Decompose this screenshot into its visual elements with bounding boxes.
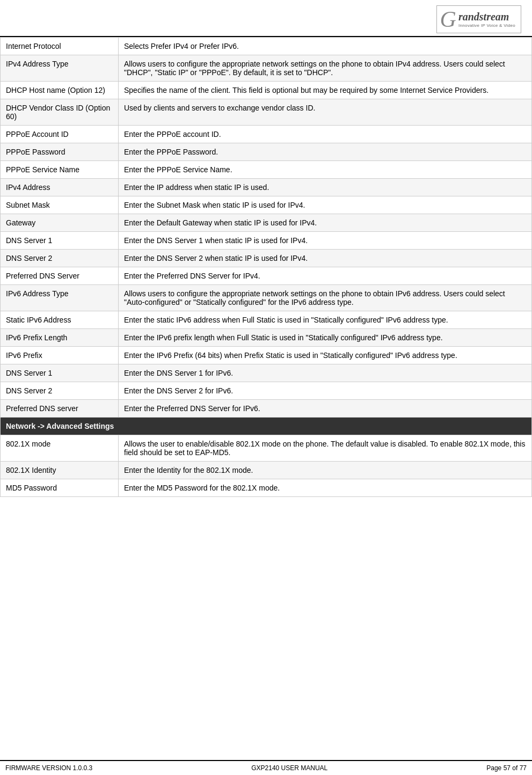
row-label: Preferred DNS server (1, 400, 119, 418)
row-label: DNS Server 2 (1, 382, 119, 400)
row-desc: Specifies the name of the client. This f… (119, 82, 532, 99)
table-row: MD5 PasswordEnter the MD5 Password for t… (1, 479, 532, 497)
table-row: PPPoE PasswordEnter the PPPoE Password. (1, 143, 532, 161)
page-header: G randstream Innovative IP Voice & Video (0, 0, 532, 37)
settings-table: Internet ProtocolSelects Prefer IPv4 or … (0, 37, 532, 497)
row-label: Internet Protocol (1, 38, 119, 55)
logo-brand-name: randstream (458, 11, 515, 23)
logo: G randstream Innovative IP Voice & Video (436, 5, 521, 33)
section-header-label: Network -> Advanced Settings (1, 418, 532, 435)
table-row: IPv6 Prefix LengthEnter the IPv6 prefix … (1, 329, 532, 347)
row-label: 802.1X mode (1, 435, 119, 462)
page-container: G randstream Innovative IP Voice & Video… (0, 0, 532, 775)
row-label: DNS Server 1 (1, 364, 119, 382)
table-row: IPv6 PrefixEnter the IPv6 Prefix (64 bit… (1, 347, 532, 364)
row-desc: Enter the Subnet Mask when static IP is … (119, 196, 532, 214)
table-row: DHCP Vendor Class ID (Option 60)Used by … (1, 99, 532, 126)
table-row: PPPoE Service NameEnter the PPPoE Servic… (1, 161, 532, 179)
table-row: IPv4 AddressEnter the IP address when st… (1, 179, 532, 196)
table-row: IPv4 Address TypeAllows users to configu… (1, 55, 532, 82)
row-label: IPv4 Address Type (1, 55, 119, 82)
row-label: PPPoE Password (1, 143, 119, 161)
table-row: Preferred DNS ServerEnter the Preferred … (1, 267, 532, 285)
row-label: PPPoE Account ID (1, 126, 119, 143)
row-desc: Enter the Default Gateway when static IP… (119, 214, 532, 232)
table-row: Subnet MaskEnter the Subnet Mask when st… (1, 196, 532, 214)
section-header-row: Network -> Advanced Settings (1, 418, 532, 435)
row-label: IPv6 Address Type (1, 285, 119, 311)
table-row: DNS Server 1Enter the DNS Server 1 for I… (1, 364, 532, 382)
row-desc: Enter the static IPv6 address when Full … (119, 311, 532, 329)
table-row: Internet ProtocolSelects Prefer IPv4 or … (1, 38, 532, 55)
table-row: DNS Server 1Enter the DNS Server 1 when … (1, 232, 532, 250)
table-row: PPPoE Account IDEnter the PPPoE account … (1, 126, 532, 143)
table-row: 802.1X modeAllows the user to enable/dis… (1, 435, 532, 462)
logo-tagline: Innovative IP Voice & Video (458, 23, 515, 28)
row-desc: Enter the DNS Server 1 for IPv6. (119, 364, 532, 382)
row-desc: Selects Prefer IPv4 or Prefer IPv6. (119, 38, 532, 55)
footer-manual: GXP2140 USER MANUAL (251, 764, 327, 772)
table-row: DNS Server 2Enter the DNS Server 2 for I… (1, 382, 532, 400)
row-desc: Allows users to configure the appropriat… (119, 285, 532, 311)
row-label: DHCP Vendor Class ID (Option 60) (1, 99, 119, 126)
table-row: Preferred DNS serverEnter the Preferred … (1, 400, 532, 418)
row-label: Static IPv6 Address (1, 311, 119, 329)
table-row: GatewayEnter the Default Gateway when st… (1, 214, 532, 232)
row-label: DNS Server 2 (1, 250, 119, 267)
row-label: Gateway (1, 214, 119, 232)
table-row: DNS Server 2Enter the DNS Server 2 when … (1, 250, 532, 267)
row-desc: Enter the DNS Server 1 when static IP is… (119, 232, 532, 250)
row-desc: Enter the Preferred DNS Server for IPv6. (119, 400, 532, 418)
row-label: DNS Server 1 (1, 232, 119, 250)
row-label: Preferred DNS Server (1, 267, 119, 285)
row-label: MD5 Password (1, 479, 119, 497)
row-label: Subnet Mask (1, 196, 119, 214)
footer-page: Page 57 of 77 (486, 764, 527, 772)
row-desc: Enter the MD5 Password for the 802.1X mo… (119, 479, 532, 497)
row-label: IPv4 Address (1, 179, 119, 196)
table-row: 802.1X IdentityEnter the Identity for th… (1, 462, 532, 479)
row-desc: Enter the IP address when static IP is u… (119, 179, 532, 196)
row-desc: Enter the Preferred DNS Server for IPv4. (119, 267, 532, 285)
table-row: Static IPv6 AddressEnter the static IPv6… (1, 311, 532, 329)
row-label: IPv6 Prefix Length (1, 329, 119, 347)
row-desc: Enter the IPv6 Prefix (64 bits) when Pre… (119, 347, 532, 364)
content-area: Internet ProtocolSelects Prefer IPv4 or … (0, 37, 532, 760)
row-desc: Used by clients and servers to exchange … (119, 99, 532, 126)
table-row: DHCP Host name (Option 12)Specifies the … (1, 82, 532, 99)
logo-g-letter: G (440, 8, 456, 31)
table-row: IPv6 Address TypeAllows users to configu… (1, 285, 532, 311)
footer-firmware: FIRMWARE VERSION 1.0.0.3 (5, 764, 92, 772)
row-desc: Allows the user to enable/disable 802.1X… (119, 435, 532, 462)
row-label: DHCP Host name (Option 12) (1, 82, 119, 99)
row-desc: Enter the DNS Server 2 when static IP is… (119, 250, 532, 267)
page-footer: FIRMWARE VERSION 1.0.0.3 GXP2140 USER MA… (0, 760, 532, 775)
row-desc: Allows users to configure the appropriat… (119, 55, 532, 82)
row-desc: Enter the PPPoE Service Name. (119, 161, 532, 179)
row-desc: Enter the PPPoE account ID. (119, 126, 532, 143)
row-desc: Enter the PPPoE Password. (119, 143, 532, 161)
row-desc: Enter the DNS Server 2 for IPv6. (119, 382, 532, 400)
row-label: PPPoE Service Name (1, 161, 119, 179)
row-desc: Enter the Identity for the 802.1X mode. (119, 462, 532, 479)
row-label: 802.1X Identity (1, 462, 119, 479)
row-desc: Enter the IPv6 prefix length when Full S… (119, 329, 532, 347)
row-label: IPv6 Prefix (1, 347, 119, 364)
